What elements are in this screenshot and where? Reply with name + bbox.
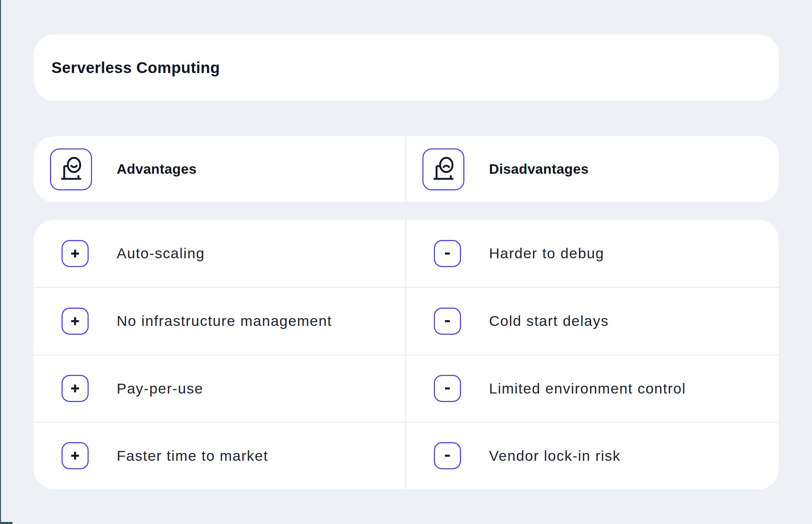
disadvantage-row: Harder to debug <box>406 220 779 287</box>
minus-icon <box>434 442 461 469</box>
plus-icon <box>62 375 88 402</box>
advantages-label: Advantages <box>117 161 196 177</box>
bottom-left-mark <box>0 522 13 524</box>
title-card: Serverless Computing <box>34 34 779 101</box>
plus-icon <box>62 442 88 469</box>
disadvantages-label: Disadvantages <box>489 161 589 177</box>
advantage-text: No infrastructure management <box>117 313 332 329</box>
advantage-row: Pay-per-use <box>34 355 406 422</box>
page: Serverless Computing Advantages <box>0 0 812 524</box>
comparison-grid: Auto-scaling Harder to debug No infrastr… <box>34 220 779 489</box>
smiling-face-on-stand-icon <box>50 148 92 190</box>
disadvantage-text: Limited environment control <box>489 380 686 397</box>
disadvantage-row: Vendor lock-in risk <box>406 422 779 489</box>
disadvantages-header: Disadvantages <box>406 136 778 202</box>
page-title: Serverless Computing <box>51 59 220 77</box>
advantage-row: Faster time to market <box>34 422 406 489</box>
plus-icon <box>62 240 88 267</box>
advantage-row: Auto-scaling <box>34 220 406 287</box>
plus-icon <box>62 308 88 335</box>
minus-icon <box>434 375 461 402</box>
window-left-border <box>0 0 1 524</box>
advantage-row: No infrastructure management <box>34 287 406 354</box>
disadvantage-row: Limited environment control <box>406 355 779 422</box>
minus-icon <box>434 308 461 335</box>
frowning-face-on-stand-icon <box>422 148 464 190</box>
disadvantage-text: Harder to debug <box>489 245 604 262</box>
disadvantage-text: Cold start delays <box>489 313 609 329</box>
advantages-header: Advantages <box>34 136 406 202</box>
advantage-text: Pay-per-use <box>117 380 203 397</box>
advantage-text: Auto-scaling <box>117 245 205 262</box>
advantage-text: Faster time to market <box>117 447 268 464</box>
minus-icon <box>434 240 461 267</box>
disadvantage-text: Vendor lock-in risk <box>489 447 621 464</box>
column-headers: Advantages Disadvantages <box>34 136 779 202</box>
disadvantage-row: Cold start delays <box>406 287 779 354</box>
